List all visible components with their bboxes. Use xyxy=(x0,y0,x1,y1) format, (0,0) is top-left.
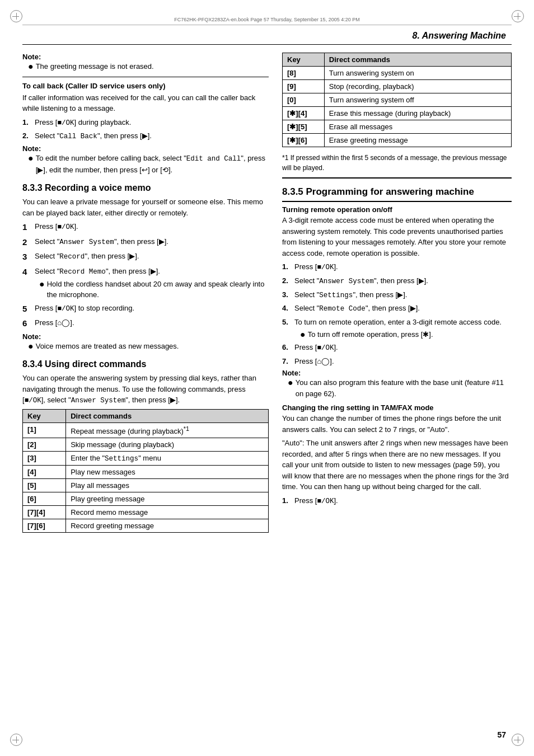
table2-cmd-0: Turn answering system off xyxy=(324,93,511,107)
note-item-833: ● Voice memos are treated as new message… xyxy=(28,341,269,352)
step-num-1: 1. xyxy=(22,117,31,129)
step-833-content-3: Select "Record", then press [▶]. xyxy=(35,251,269,264)
mono-edit-call: Edit and Call xyxy=(186,155,241,163)
step-835-7: 7. Press [⌂◯]. xyxy=(282,356,512,367)
table2-key-9: [9] xyxy=(283,80,325,93)
table-row: [✱][4] Erase this message (during playba… xyxy=(283,107,512,120)
step-833-content-2: Select "Answer System", then press [▶]. xyxy=(35,236,269,249)
mono-settings-835: Settings xyxy=(319,292,353,299)
note-text-833: Voice memos are treated as new messages. xyxy=(36,341,179,352)
table1-key-2: [2] xyxy=(23,438,66,452)
mono-callback: Call Back xyxy=(59,133,97,140)
corner-br xyxy=(512,734,524,746)
step-835-4: 4. Select "Remote Code", then press [▶]. xyxy=(282,303,512,314)
note-label-833: Note: xyxy=(22,332,269,341)
step-833-content-4: Select "Record Memo", then press [▶]. ● … xyxy=(35,266,269,300)
footnote-1: *1 If pressed within the first 5 seconds… xyxy=(282,153,512,173)
step-callback-2: 2. Select "Call Back", then press [▶]. xyxy=(22,130,269,142)
bullet-1: ● xyxy=(28,61,34,72)
step-ring-num-1: 1. xyxy=(282,495,291,507)
mono-answer-system-833: Answer System xyxy=(59,238,114,246)
table1-cmd-76: Record greeting message xyxy=(66,519,269,533)
content-area: Note: ● The greeting message is not eras… xyxy=(22,53,512,538)
turning-heading: Turning remote operation on/off xyxy=(282,205,512,214)
step-835-3: 3. Select "Settings", then press [▶]. xyxy=(282,289,512,301)
table1-key-3: [3] xyxy=(23,452,66,466)
section-834-heading: 8.3.4 Using direct commands xyxy=(22,359,269,369)
table2-cmd-9: Stop (recording, playback) xyxy=(324,80,511,93)
table1-cmd-3: Enter the "Settings" menu xyxy=(66,452,269,466)
page-header: 8. Answering Machine xyxy=(22,31,512,45)
direct-commands-table-1: Key Direct commands [1] Repeat message (… xyxy=(22,409,269,533)
section-835-heading: 8.3.5 Programming for answering machine xyxy=(282,186,512,198)
file-info: FC762HK-PFQX2283ZA-en.book Page 57 Thurs… xyxy=(22,17,512,25)
table1-header-commands: Direct commands xyxy=(66,409,269,422)
mono-record-memo: Record Memo xyxy=(59,268,106,276)
step-833-content-6: Press [⌂◯]. xyxy=(35,317,269,330)
divider-1 xyxy=(22,77,269,77)
left-column: Note: ● The greeting message is not eras… xyxy=(22,53,269,538)
step-835-num-1: 1. xyxy=(282,261,291,273)
step-833-num-5: 5 xyxy=(22,303,31,316)
corner-bl xyxy=(10,734,22,746)
note-greeting-not-erased: Note: ● The greeting message is not eras… xyxy=(22,53,269,72)
ring-body-1: You can change the number of times the p… xyxy=(282,413,512,435)
step-835-num-4: 4. xyxy=(282,303,291,314)
bullet-833: ● xyxy=(28,341,34,351)
table1-header-key: Key xyxy=(23,409,66,422)
step-835-sub: ● To turn off remote operation, press [✱… xyxy=(300,329,512,340)
step-833-num-1: 1 xyxy=(22,221,31,234)
step-835-content-6: Press [■/OK]. xyxy=(294,342,512,354)
step-833-num-2: 2 xyxy=(22,236,31,249)
step-num-2: 2. xyxy=(22,130,31,142)
table-row: [0] Turn answering system off xyxy=(283,93,512,107)
table-row: [7][6] Record greeting message xyxy=(23,519,269,533)
table2-header-commands: Direct commands xyxy=(324,53,511,67)
table1-cmd-1: Repeat message (during playback)*1 xyxy=(66,422,269,438)
step-833-content-5: Press [■/OK] to stop recording. xyxy=(35,303,269,316)
table2-key-star6: [✱][6] xyxy=(283,134,325,147)
step-ring-content-1: Press [■/OK]. xyxy=(294,495,512,507)
step-835-content-5: To turn on remote operation, enter a 3-d… xyxy=(294,317,512,340)
table-row: [✱][5] Erase all messages xyxy=(283,120,512,134)
ring-body-2: "Auto": The unit answers after 2 rings w… xyxy=(282,438,512,492)
step-833-num-4: 4 xyxy=(22,266,31,300)
page: FC762HK-PFQX2283ZA-en.book Page 57 Thurs… xyxy=(0,0,534,756)
mono-ok-ring-1: ■/OK xyxy=(317,497,334,505)
bullet-835-note: ● xyxy=(288,377,293,388)
step-833-2: 2 Select "Answer System", then press [▶]… xyxy=(22,236,269,249)
table1-cmd-5: Play all messages xyxy=(66,479,269,492)
table1-key-4: [4] xyxy=(23,466,66,479)
note-callback: Note: ● To edit the number before callin… xyxy=(22,144,269,175)
table-row: [2] Skip message (during playback) xyxy=(23,438,269,452)
note-item-1: ● The greeting message is not erased. xyxy=(28,61,269,72)
note-label-835: Note: xyxy=(282,369,512,377)
table1-key-74: [7][4] xyxy=(23,506,66,519)
section-divider-835b xyxy=(282,201,512,202)
note-item-callback: ● To edit the number before calling back… xyxy=(28,153,269,175)
ring-heading: Changing the ring setting in TAM/FAX mod… xyxy=(282,403,512,412)
mono-remote-code: Remote Code xyxy=(319,305,366,313)
page-number: 57 xyxy=(497,730,506,739)
callback-heading: To call back (Caller ID service users on… xyxy=(22,82,269,90)
section-divider-835 xyxy=(282,177,512,179)
mono-answer-system-834: Answer System xyxy=(71,397,126,405)
table2-key-8: [8] xyxy=(283,67,325,80)
table-row: [6] Play greeting message xyxy=(23,492,269,506)
table1-cmd-6: Play greeting message xyxy=(66,492,269,506)
callback-body: If caller information was received for t… xyxy=(22,92,269,114)
section-834-body: You can operate the answering system by … xyxy=(22,373,269,406)
mono-ok-834: ■/OK xyxy=(25,397,41,405)
step-833-sub-bullet: ● Hold the cordless handset about 20 cm … xyxy=(39,279,269,300)
step-835-num-7: 7. xyxy=(282,356,291,367)
corner-tl xyxy=(10,10,22,22)
mono-ok-835-6: ■/OK xyxy=(317,344,334,352)
table2-cmd-star6: Erase greeting message xyxy=(324,134,511,147)
table1-key-6: [6] xyxy=(23,492,66,506)
table1-key-76: [7][6] xyxy=(23,519,66,533)
note-text-835: You can also program this feature with t… xyxy=(296,377,512,399)
mono-ok-835-1: ■/OK xyxy=(317,264,334,271)
step-833-5: 5 Press [■/OK] to stop recording. xyxy=(22,303,269,316)
table-row: [4] Play new messages xyxy=(23,466,269,479)
step-835-2: 2. Select "Answer System", then press [▶… xyxy=(282,275,512,287)
